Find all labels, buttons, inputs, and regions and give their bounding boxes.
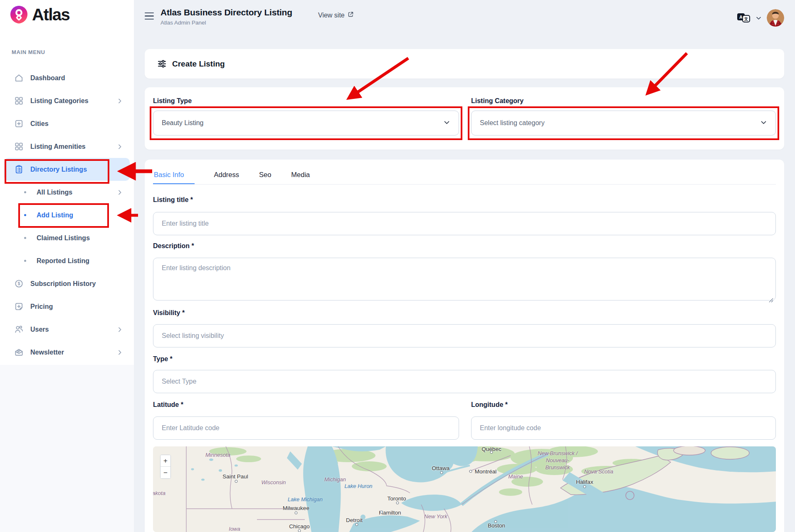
sidebar-section-label: MAIN MENU [12, 49, 45, 55]
sidebar-nav: Dashboard Listing Categories Cities List… [0, 66, 134, 364]
view-site-link[interactable]: View site [318, 11, 354, 19]
bullet-icon [24, 260, 26, 262]
longitude-label: Longitude * [471, 401, 508, 409]
sidebar-item-label: Pricing [30, 303, 53, 310]
user-avatar[interactable] [767, 9, 784, 27]
atlas-pin-icon [9, 5, 29, 25]
type-label: Type * [153, 355, 173, 363]
listing-type-value: Beauty Listing [162, 119, 204, 127]
description-textarea[interactable] [153, 258, 776, 300]
latitude-input[interactable] [153, 416, 459, 440]
sidebar-item-label: Subscription History [30, 280, 96, 288]
sidebar-item-label: Directory Listings [30, 166, 87, 173]
external-link-icon [348, 11, 354, 19]
sidebar-item-directory-listings[interactable]: Directory Listings [4, 158, 130, 181]
sliders-icon [157, 59, 167, 69]
chevron-down-icon[interactable] [755, 15, 762, 21]
chevron-down-icon [760, 119, 767, 128]
bullet-icon [24, 237, 26, 239]
sidebar-item-dashboard[interactable]: Dashboard [0, 66, 134, 89]
sidebar-item-claimed-listings[interactable]: Claimed Listings [0, 227, 134, 249]
sidebar-item-label: Newsletter [30, 349, 64, 356]
listing-category-select[interactable]: Select listing category [471, 111, 776, 135]
listing-title-input[interactable] [153, 212, 776, 235]
svg-text:$: $ [18, 281, 20, 286]
chevron-right-icon [116, 349, 123, 356]
view-site-label: View site [318, 12, 345, 19]
users-icon [14, 325, 24, 334]
sidebar-item-label: Dashboard [30, 74, 65, 82]
language-switcher-icon[interactable]: A 文 [736, 12, 751, 24]
page-title: Atlas Business Directory Listing [160, 7, 292, 17]
home-icon [14, 73, 24, 83]
plus-square-icon [14, 119, 24, 128]
tab-media[interactable]: Media [290, 165, 311, 184]
sidebar-item-label: Claimed Listings [37, 234, 90, 242]
sidebar-item-label: Listing Amenities [30, 143, 86, 150]
sidebar-item-cities[interactable]: Cities [0, 112, 134, 135]
page-subtitle: Atlas Admin Panel [160, 20, 292, 26]
listing-title-label: Listing title * [153, 196, 193, 204]
listing-form-card: Basic Info Address Seo Media Listing tit… [145, 160, 784, 532]
map-zoom-out-button[interactable]: − [160, 467, 170, 478]
chevron-right-icon [116, 143, 123, 150]
sidebar-item-subscription-history[interactable]: $ Subscription History [0, 272, 134, 295]
sidebar-item-listing-amenities[interactable]: Listing Amenities [0, 135, 134, 158]
listing-selectors-card: Listing Type Beauty Listing Listing Cate… [145, 87, 784, 150]
sidebar-item-reported-listing[interactable]: Reported Listing [0, 249, 134, 272]
sidebar-item-newsletter[interactable]: Newsletter [0, 341, 134, 364]
clipboard-list-icon [14, 165, 24, 174]
tab-address[interactable]: Address [213, 165, 240, 184]
sidebar-item-label: Add Listing [37, 212, 73, 219]
hamburger-menu-icon[interactable] [145, 12, 154, 20]
latitude-label: Latitude * [153, 401, 183, 409]
dollar-circle-icon: $ [14, 279, 24, 288]
grid-icon [14, 96, 24, 106]
sidebar-item-label: Listing Categories [30, 97, 89, 105]
listing-type-select[interactable]: Beauty Listing [153, 111, 459, 135]
sidebar-item-label: Cities [30, 120, 49, 128]
tab-basic-info[interactable]: Basic Info [153, 165, 195, 184]
bullet-icon [24, 191, 26, 193]
map-zoom-in-button[interactable]: + [160, 455, 170, 467]
brand-name: Atlas [32, 5, 69, 24]
sidebar-item-add-listing[interactable]: Add Listing [0, 204, 134, 227]
listing-category-label: Listing Category [471, 97, 523, 105]
topbar: Atlas Business Directory Listing Atlas A… [134, 0, 795, 36]
sidebar-item-label: Reported Listing [37, 257, 89, 265]
map-zoom-control: + − [160, 455, 171, 479]
mail-icon [14, 347, 24, 357]
svg-text:A: A [739, 15, 743, 20]
listing-category-placeholder: Select listing category [480, 119, 545, 127]
sidebar-item-label: All Listings [37, 189, 72, 196]
visibility-label: Visibility * [153, 309, 185, 317]
brand-logo[interactable]: Atlas [9, 5, 69, 25]
tab-seo[interactable]: Seo [258, 165, 272, 184]
tab-bar: Basic Info Address Seo Media [153, 165, 776, 185]
sidebar-item-listing-categories[interactable]: Listing Categories [0, 89, 134, 112]
grid-icon [14, 142, 24, 151]
document-plus-icon [14, 302, 24, 311]
chevron-down-icon [443, 119, 450, 128]
sidebar: Atlas MAIN MENU Dashboard Listing Catego… [0, 0, 134, 532]
create-listing-title: Create Listing [172, 59, 225, 69]
bullet-icon [24, 214, 26, 216]
location-map[interactable]: MinnesotaSaint PaulWisconsinMichiganLake… [153, 446, 776, 532]
longitude-input[interactable] [471, 416, 776, 440]
chevron-right-icon [116, 189, 123, 196]
sidebar-item-all-listings[interactable]: All Listings [0, 181, 134, 204]
chevron-right-icon [116, 98, 123, 104]
sidebar-item-pricing[interactable]: Pricing [0, 295, 134, 318]
description-label: Description * [153, 242, 194, 250]
svg-text:文: 文 [744, 17, 748, 21]
listing-type-label: Listing Type [153, 97, 192, 105]
create-listing-card: Create Listing [145, 49, 784, 79]
type-select[interactable] [153, 370, 776, 393]
visibility-select[interactable] [153, 324, 776, 347]
map-canvas [153, 446, 776, 532]
sidebar-item-label: Users [30, 326, 49, 333]
sidebar-item-users[interactable]: Users [0, 318, 134, 341]
chevron-right-icon [116, 326, 123, 333]
